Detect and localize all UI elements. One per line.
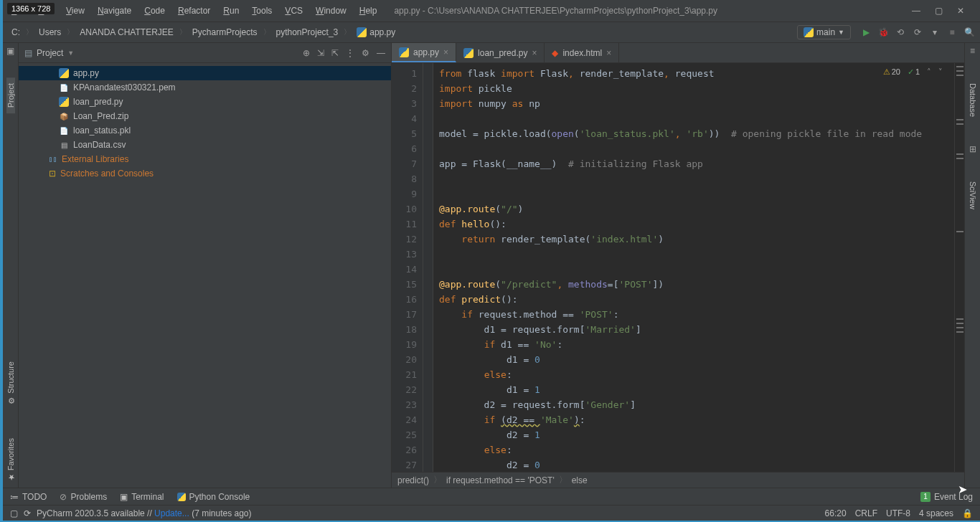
encoding[interactable]: UTF-8: [886, 508, 910, 518]
update-link[interactable]: Update...: [154, 508, 189, 518]
left-tab-structure[interactable]: ⚙ Structure: [6, 356, 15, 411]
menu-tools[interactable]: Tools: [246, 3, 278, 19]
breadcrumb-item[interactable]: PycharmProjects: [189, 26, 260, 39]
profile-button[interactable]: ⟳: [913, 27, 923, 37]
close-tab-icon[interactable]: ×: [443, 47, 448, 57]
warnings-count[interactable]: 20: [883, 67, 900, 77]
breadcrumb-item[interactable]: app.py: [354, 26, 398, 39]
right-tab-database[interactable]: Database: [969, 77, 977, 123]
line-number-gutter[interactable]: 1234567891011121314151617181920212223242…: [392, 63, 423, 472]
breadcrumb-item[interactable]: pythonProject_3: [273, 26, 341, 39]
breadcrumb-item[interactable]: C:: [9, 26, 23, 39]
stop-button[interactable]: ■: [947, 27, 957, 37]
close-tab-icon[interactable]: ×: [532, 48, 537, 58]
project-panel: ▤ Project ▼ ⊕ ⇲ ⇱ ⋮ ⚙ — app.py📄KPAnandat…: [19, 43, 392, 488]
tab-app-py[interactable]: app.py×: [392, 43, 456, 62]
collapse-icon[interactable]: ⇱: [331, 48, 339, 58]
breadcrumbs[interactable]: C:〉Users〉ANANDA CHATTERJEE〉PycharmProjec…: [9, 26, 797, 39]
cursor-position[interactable]: 66:20: [825, 508, 847, 518]
chevron-right-icon: 〉: [26, 27, 33, 37]
tab-index-html[interactable]: ◆index.html×: [545, 43, 619, 62]
editor-breadcrumb[interactable]: predict()〉if request.method == 'POST'〉el…: [392, 472, 964, 488]
main-menu: FileEditViewNavigateCodeRefactorRunTools…: [6, 3, 382, 19]
tab-loan_pred-py[interactable]: loan_pred.py×: [456, 43, 545, 62]
chevron-right-icon: 〉: [559, 474, 567, 486]
file-Loan_Pred-zip[interactable]: 📦Loan_Pred.zip: [19, 109, 391, 123]
project-tree[interactable]: app.py📄KPAnandatest030321.pemloan_pred.p…: [19, 63, 391, 184]
run-config-selector[interactable]: main ▼: [797, 25, 851, 39]
todo-tab[interactable]: ≔TODO: [10, 492, 47, 502]
expand-icon[interactable]: ⇲: [317, 48, 324, 58]
close-button[interactable]: ✕: [957, 6, 964, 16]
inspection-status[interactable]: 20 1 ˄ ˅: [883, 67, 943, 77]
settings-icon[interactable]: ⚙: [362, 48, 369, 58]
file-LoanData-csv[interactable]: ▤LoanData.csv: [19, 138, 391, 152]
lib-node[interactable]: ⊡ Scratches and Consoles: [19, 166, 391, 181]
menu-window[interactable]: Window: [310, 3, 352, 19]
minimize-button[interactable]: —: [912, 6, 920, 16]
file-KPAnandatest030321-pem[interactable]: 📄KPAnandatest030321.pem: [19, 80, 391, 95]
chevron-down-icon[interactable]: ▼: [67, 49, 74, 57]
chevron-right-icon: 〉: [179, 27, 187, 37]
prev-highlight-icon[interactable]: ˄: [927, 67, 931, 77]
editor-tabs: app.py×loan_pred.py×◆index.html×: [392, 43, 964, 63]
left-tab-project[interactable]: Project: [6, 77, 15, 113]
terminal-tab[interactable]: ▣Terminal: [120, 492, 164, 502]
problems-tab[interactable]: ⊘Problems: [60, 492, 107, 502]
file-loan_status-pkl[interactable]: 📄loan_status.pkl: [19, 123, 391, 138]
menu-view[interactable]: View: [60, 3, 90, 19]
dimension-badge: 980 x 522: [7, 3, 55, 14]
search-button[interactable]: 🔍: [964, 27, 974, 37]
chevron-right-icon: 〉: [67, 27, 74, 37]
locate-icon[interactable]: ⊕: [303, 48, 310, 58]
lib-node[interactable]: ⫾⫾ External Libraries: [19, 152, 391, 166]
left-tab-favorites[interactable]: ★ Favorites: [6, 432, 15, 488]
right-tab-sciview[interactable]: SciView: [969, 176, 977, 215]
hide-panel-icon[interactable]: —: [377, 48, 385, 58]
close-tab-icon[interactable]: ×: [606, 48, 611, 58]
chevron-down-icon: ▼: [838, 29, 844, 36]
editor-crumb[interactable]: else: [572, 475, 588, 485]
attach-button[interactable]: ▾: [930, 27, 940, 37]
titlebar: FileEditViewNavigateCodeRefactorRunTools…: [3, 0, 980, 22]
editor-scrollbar[interactable]: [954, 63, 964, 472]
chevron-right-icon: 〉: [433, 474, 442, 486]
breadcrumb-item[interactable]: Users: [36, 26, 64, 39]
coverage-button[interactable]: ⟲: [895, 27, 905, 37]
code-editor[interactable]: from flask import Flask, render_template…: [433, 63, 954, 472]
csv-file-icon: ▤: [59, 140, 69, 150]
line-sep[interactable]: CRLF: [855, 508, 877, 518]
py-file-icon: [59, 68, 69, 78]
project-view-icon[interactable]: ▣: [6, 46, 16, 56]
menu-code[interactable]: Code: [138, 3, 171, 19]
indent[interactable]: 4 spaces: [919, 508, 953, 518]
editor-crumb[interactable]: predict(): [397, 475, 429, 485]
menu-help[interactable]: Help: [354, 3, 383, 19]
database-icon[interactable]: ≡: [968, 46, 978, 56]
breadcrumb-item[interactable]: ANANDA CHATTERJEE: [77, 26, 176, 39]
maximize-button[interactable]: ▢: [935, 6, 943, 16]
file-loan_pred-py[interactable]: loan_pred.py: [19, 95, 391, 109]
chevron-right-icon: 〉: [344, 27, 351, 37]
file-app-py[interactable]: app.py: [19, 66, 391, 80]
menu-refactor[interactable]: Refactor: [172, 3, 216, 19]
menu-vcs[interactable]: VCS: [279, 3, 308, 19]
menu-navigate[interactable]: Navigate: [92, 3, 137, 19]
fold-gutter[interactable]: [423, 63, 433, 472]
next-highlight-icon[interactable]: ˅: [938, 67, 943, 77]
sciview-icon[interactable]: ⊞: [968, 144, 978, 154]
editor-crumb[interactable]: if request.method == 'POST': [446, 475, 555, 485]
ok-count[interactable]: 1: [908, 67, 920, 77]
tab-label: app.py: [413, 47, 439, 57]
file-file-icon: 📄: [59, 125, 69, 136]
bottom-tool-tabs: ≔TODO ⊘Problems ▣Terminal Python Console…: [3, 488, 980, 505]
run-button[interactable]: ▶: [861, 27, 871, 37]
file-label: LoanData.csv: [73, 140, 126, 150]
ide-icon[interactable]: ▢: [10, 508, 18, 518]
sync-icon[interactable]: ⟳: [24, 508, 31, 518]
event-log[interactable]: 1 Event Log: [920, 492, 973, 502]
python-console-tab[interactable]: Python Console: [177, 492, 250, 502]
menu-run[interactable]: Run: [217, 3, 245, 19]
lock-icon[interactable]: 🔒: [962, 508, 973, 518]
debug-button[interactable]: 🐞: [878, 27, 888, 37]
